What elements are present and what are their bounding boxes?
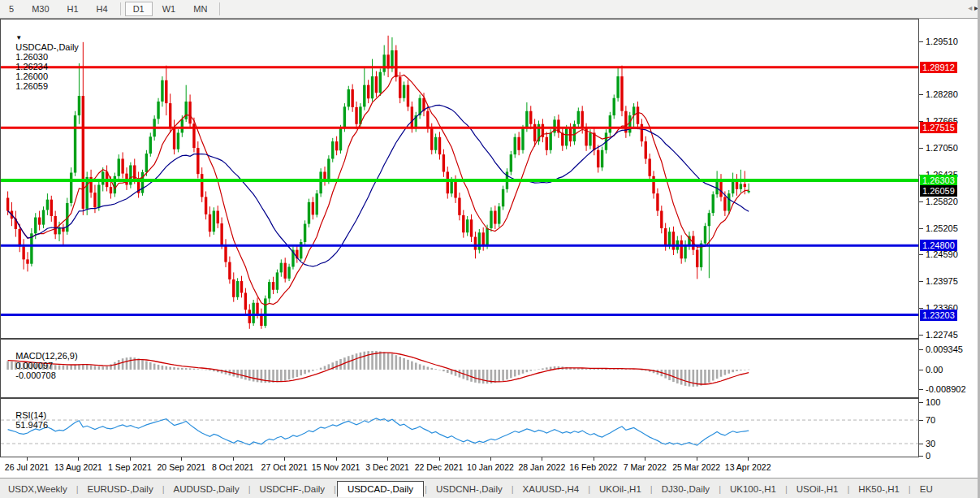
- tab-dj30-daily[interactable]: DJ30-,Daily: [654, 482, 718, 496]
- level-price-label: 1.27515: [920, 122, 957, 133]
- main-chart-panel[interactable]: ▼ USDCAD-,Daily 1.26030 1.26234 1.26000 …: [0, 19, 919, 339]
- price-tick-label: 1.29510: [926, 37, 958, 46]
- date-label: 13 Aug 2021: [54, 462, 102, 472]
- timeframe-button-5[interactable]: 5: [1, 2, 22, 16]
- date-tick: [336, 457, 337, 461]
- rsi-value: 51.9476: [15, 420, 48, 430]
- macd-tick-label: 0.009345: [926, 344, 963, 354]
- tab-scroll-left-icon[interactable]: ◂: [968, 3, 972, 12]
- timeframe-button-w1[interactable]: W1: [154, 2, 184, 16]
- macd-tick-label: -0.008902: [926, 384, 966, 394]
- tab-usoil-h1[interactable]: USOil-,H1: [788, 482, 847, 496]
- axis-tick: [919, 420, 923, 421]
- tab-usdchf-daily[interactable]: USDCHF-,Daily: [252, 482, 334, 496]
- axis-tick: [919, 281, 923, 282]
- date-tick: [748, 457, 749, 461]
- date-label: 28 Jan 2022: [518, 462, 565, 472]
- date-label: 27 Oct 2021: [261, 462, 308, 472]
- axis-tick: [919, 94, 923, 95]
- timeframe-button-d1[interactable]: D1: [125, 2, 153, 16]
- axis-tick: [919, 254, 923, 255]
- date-tick: [130, 457, 131, 461]
- axis-tick: [919, 335, 923, 336]
- price-tick-label: 1.27050: [926, 143, 958, 153]
- rsi-name: RSI(14): [15, 410, 46, 420]
- price-tick-label: 1.23975: [926, 276, 958, 286]
- ohlc-high: 1.26234: [15, 62, 48, 71]
- tab-xauusd-h4[interactable]: XAUUSD-,H4: [515, 482, 588, 496]
- axis-tick: [919, 389, 923, 390]
- level-price-label: 1.28912: [920, 62, 957, 73]
- level-price-label: 1.23203: [920, 310, 957, 321]
- axis-tick: [919, 41, 923, 42]
- chart-dropdown-icon[interactable]: ▼: [15, 34, 22, 41]
- date-tick: [387, 457, 388, 461]
- axis-tick: [919, 228, 923, 229]
- rsi-tick-label: 0: [926, 451, 930, 461]
- chart-symbol-label: USDCAD-,Daily: [15, 42, 79, 52]
- date-label: 3 Dec 2021: [365, 462, 409, 472]
- date-tick: [542, 457, 542, 461]
- chart-tabs-bar: USDX,Weekly|EURUSD-,Daily|AUDUSD-,Daily|…: [0, 478, 980, 498]
- candlestick-chart[interactable]: [1, 19, 918, 338]
- level-price-label: 1.24800: [920, 240, 957, 251]
- rsi-tick-label: 70: [926, 415, 935, 425]
- date-tick: [27, 457, 28, 461]
- current-price-label: 1.26059: [920, 185, 957, 197]
- date-tick: [645, 457, 645, 461]
- macd-name: MACD(12,26,9): [15, 351, 77, 361]
- macd-signal-value: -0.000708: [15, 370, 56, 380]
- tab-usdx-weekly[interactable]: USDX,Weekly: [0, 482, 76, 496]
- rsi-tick-label: 100: [926, 397, 940, 407]
- date-label: 25 Mar 2022: [672, 462, 720, 472]
- date-label: 15 Nov 2021: [312, 462, 360, 472]
- tab-usdcad-daily[interactable]: USDCAD-,Daily: [337, 481, 424, 497]
- macd-tick-label: 0.00: [926, 365, 943, 375]
- date-tick: [284, 457, 285, 461]
- timeframe-button-h1[interactable]: H1: [59, 2, 87, 16]
- price-tick-label: 1.25820: [926, 197, 958, 206]
- rsi-tick-label: 30: [926, 439, 935, 448]
- chart-title: ▼ USDCAD-,Daily 1.26030 1.26234 1.26000 …: [6, 23, 81, 101]
- tab-uk100-h1[interactable]: UK100-,H1: [722, 482, 784, 496]
- date-label: 10 Jan 2022: [467, 462, 514, 472]
- ohlc-open: 1.26030: [15, 52, 48, 62]
- axis-tick: [919, 349, 923, 350]
- tab-usdcnh-daily[interactable]: USDCNH-,Daily: [428, 482, 511, 496]
- time-axis[interactable]: 26 Jul 202113 Aug 20211 Sep 202120 Sep 2…: [0, 457, 919, 478]
- toolbar-separator: [120, 2, 121, 15]
- tab-audusd-daily[interactable]: AUDUSD-,Daily: [166, 482, 248, 496]
- date-tick: [233, 457, 234, 461]
- rsi-label: RSI(14) 51.9476: [6, 401, 48, 440]
- date-label: 16 Feb 2022: [569, 462, 617, 472]
- tab-eu[interactable]: EU: [912, 482, 941, 496]
- rsi-panel[interactable]: RSI(14) 51.9476: [0, 398, 919, 457]
- axis-tick: [919, 444, 923, 444]
- date-label: 22 Dec 2021: [415, 462, 464, 472]
- date-tick: [594, 457, 594, 461]
- axis-tick: [919, 370, 923, 370]
- macd-label: MACD(12,26,9) 0.000097 -0.000708: [6, 341, 78, 390]
- ohlc-close: 1.26059: [15, 81, 48, 91]
- date-tick: [181, 457, 182, 461]
- date-tick: [697, 457, 697, 461]
- date-label: 26 Jul 2021: [5, 462, 49, 472]
- tab-hk50-h1[interactable]: HK50-,H1: [850, 482, 908, 496]
- tab-ukoil-h1[interactable]: UKOil-,H1: [591, 482, 650, 496]
- price-axis[interactable]: 1.295101.282801.276651.270501.264351.258…: [919, 19, 977, 478]
- macd-chart[interactable]: [1, 340, 918, 397]
- date-tick: [78, 457, 79, 461]
- timeframe-button-mn[interactable]: MN: [185, 2, 215, 16]
- timeframe-toolbar: 5M30H1H4D1W1MN: [0, 0, 980, 19]
- axis-tick: [919, 148, 923, 149]
- level-price-label: 1.26303: [920, 175, 957, 186]
- macd-panel[interactable]: MACD(12,26,9) 0.000097 -0.000708: [0, 339, 919, 398]
- timeframe-button-m30[interactable]: M30: [24, 2, 57, 16]
- timeframe-button-h4[interactable]: H4: [89, 2, 116, 16]
- rsi-chart[interactable]: [1, 399, 918, 457]
- date-tick: [439, 457, 440, 461]
- price-tick-label: 1.28280: [926, 89, 958, 99]
- axis-tick: [919, 456, 923, 457]
- tab-eurusd-daily[interactable]: EURUSD-,Daily: [80, 482, 162, 496]
- price-tick-label: 1.22745: [926, 330, 958, 340]
